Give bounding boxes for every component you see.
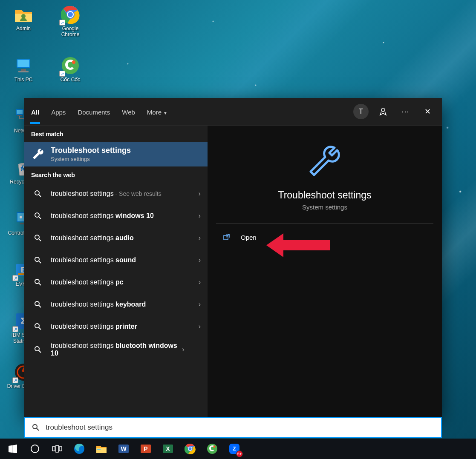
svg-rect-15 <box>17 115 22 116</box>
search-icon <box>31 320 45 333</box>
rewards-icon[interactable] <box>375 104 391 119</box>
svg-point-32 <box>35 213 39 217</box>
svg-point-56 <box>207 444 217 454</box>
web-result[interactable]: troubleshoot settings bluetooth windows … <box>24 338 208 361</box>
web-result[interactable]: troubleshoot settings sound › <box>24 249 208 271</box>
svg-point-20 <box>20 216 22 218</box>
taskbar: W P X Z5+ <box>0 439 476 459</box>
folder-icon <box>95 443 107 455</box>
desktop-icon-label: Google Chrome <box>53 26 87 38</box>
open-action[interactable]: Open <box>216 227 433 247</box>
web-result[interactable]: troubleshoot settings pc › <box>24 271 208 293</box>
tab-all[interactable]: All <box>31 100 39 123</box>
web-result-bold: keyboard <box>115 301 146 308</box>
web-result[interactable]: troubleshoot settings audio › <box>24 227 208 249</box>
svg-point-33 <box>35 235 39 239</box>
svg-text:X: X <box>166 445 170 452</box>
svg-point-34 <box>35 257 39 261</box>
search-icon <box>31 231 45 245</box>
edge-icon <box>73 443 85 455</box>
search-input-bar[interactable] <box>24 417 442 438</box>
svg-point-37 <box>35 324 39 328</box>
svg-point-4 <box>68 12 73 17</box>
taskview-icon <box>51 443 63 455</box>
tab-more[interactable]: More▼ <box>147 100 167 123</box>
taskbar-edge[interactable] <box>68 439 90 459</box>
web-result-prefix: troubleshoot settings <box>51 301 115 308</box>
svg-point-38 <box>35 347 39 351</box>
taskbar-explorer[interactable] <box>90 439 113 459</box>
desktop-icon-admin[interactable]: Admin <box>4 4 43 49</box>
web-result-bold: audio <box>115 234 134 241</box>
tab-web[interactable]: Web <box>122 100 135 123</box>
search-icon <box>31 298 45 311</box>
pc-icon <box>13 55 34 76</box>
best-match-result[interactable]: Troubleshoot settings System settings <box>24 142 208 166</box>
close-icon[interactable]: ✕ <box>420 104 435 119</box>
svg-point-30 <box>381 108 385 112</box>
user-folder-icon <box>13 4 34 25</box>
chevron-right-icon: › <box>199 301 201 308</box>
windows-icon <box>7 443 19 455</box>
taskbar-chrome[interactable] <box>179 439 201 459</box>
svg-text:P: P <box>144 445 147 452</box>
chevron-right-icon: › <box>199 190 201 198</box>
taskbar-word[interactable]: W <box>113 439 135 459</box>
svg-point-31 <box>35 191 39 195</box>
svg-text:W: W <box>121 445 127 452</box>
svg-rect-12 <box>17 110 23 114</box>
tab-more-label: More <box>147 109 162 116</box>
search-input[interactable] <box>46 423 434 432</box>
detail-title: Troubleshoot settings <box>278 189 371 201</box>
detail-subtitle: System settings <box>302 204 347 211</box>
svg-rect-6 <box>17 60 29 67</box>
search-panel: All Apps Documents Web More▼ T ⋯ ✕ Best … <box>24 98 442 417</box>
taskbar-zalo[interactable]: Z5+ <box>223 439 245 459</box>
svg-point-57 <box>213 446 216 448</box>
desktop-icon-coccoc[interactable]: ↗ Cốc Cốc <box>51 55 89 100</box>
tab-documents[interactable]: Documents <box>78 100 110 123</box>
svg-rect-43 <box>56 445 58 452</box>
open-label: Open <box>241 234 257 241</box>
word-icon: W <box>118 443 130 455</box>
search-icon <box>31 209 45 223</box>
taskview-button[interactable] <box>46 439 68 459</box>
svg-point-10 <box>72 60 75 64</box>
section-web: Search the web <box>24 166 208 183</box>
more-options-icon[interactable]: ⋯ <box>398 104 413 119</box>
web-result[interactable]: troubleshoot settings windows 10 › <box>24 205 208 227</box>
desktop-icon-thispc[interactable]: This PC <box>4 55 43 100</box>
cortana-button[interactable] <box>24 439 46 459</box>
user-avatar[interactable]: T <box>353 104 369 119</box>
svg-rect-8 <box>18 71 29 72</box>
wrench-icon <box>31 147 45 161</box>
taskbar-excel[interactable]: X <box>157 439 179 459</box>
svg-text:Z: Z <box>233 446 236 452</box>
best-match-title: Troubleshoot settings <box>51 146 131 155</box>
web-result-prefix: troubleshoot settings <box>51 190 114 197</box>
results-panel: Best match Troubleshoot settings System … <box>24 126 208 417</box>
desktop-icon-label: Cốc Cốc <box>61 77 81 83</box>
web-result-prefix: troubleshoot settings <box>51 212 115 219</box>
chevron-right-icon: › <box>199 256 201 264</box>
web-result[interactable]: troubleshoot settings - See web results … <box>24 183 208 205</box>
web-result[interactable]: troubleshoot settings keyboard › <box>24 293 208 316</box>
divider <box>216 224 433 224</box>
tab-apps[interactable]: Apps <box>51 100 66 123</box>
web-result[interactable]: troubleshoot settings printer › <box>24 316 208 338</box>
taskbar-coccoc[interactable] <box>201 439 223 459</box>
search-icon <box>31 253 45 267</box>
chrome-icon <box>184 443 196 455</box>
detail-panel: Troubleshoot settings System settings Op… <box>208 126 442 417</box>
svg-point-36 <box>35 301 39 306</box>
desktop-icon-chrome[interactable]: ↗ Google Chrome <box>51 4 89 49</box>
chevron-right-icon: › <box>199 234 201 242</box>
taskbar-powerpoint[interactable]: P <box>135 439 157 459</box>
svg-rect-44 <box>59 447 62 451</box>
search-icon <box>31 343 45 356</box>
svg-rect-46 <box>97 449 101 450</box>
svg-point-0 <box>21 14 26 18</box>
start-button[interactable] <box>2 439 24 459</box>
search-icon <box>32 424 40 431</box>
chevron-right-icon: › <box>199 278 201 286</box>
